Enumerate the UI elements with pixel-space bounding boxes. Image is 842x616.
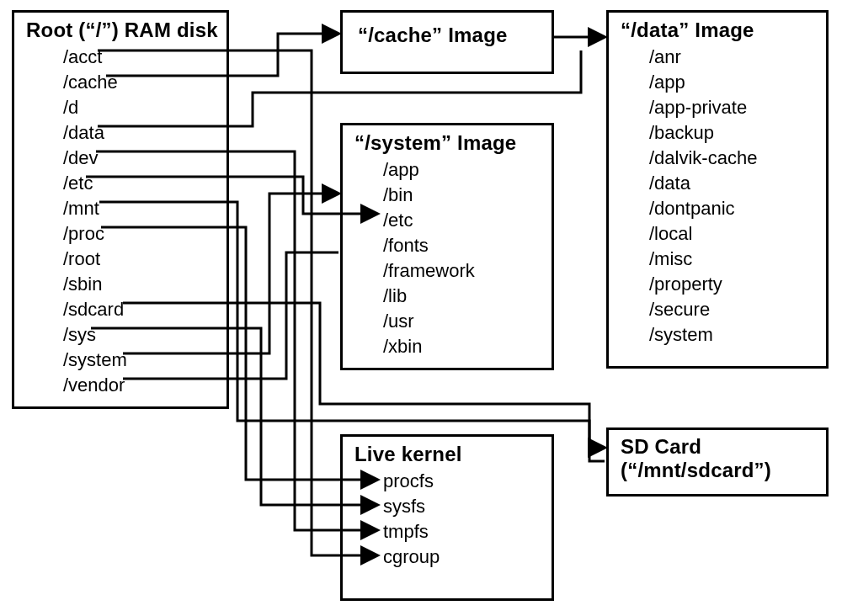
kernel-item: cgroup (383, 544, 543, 570)
data-item: /property (649, 272, 818, 297)
data-item: /misc (649, 247, 818, 272)
system-item: /fonts (383, 233, 543, 258)
sd-title-1: SD Card (621, 435, 818, 459)
root-item: /cache (63, 70, 218, 95)
data-item: /data (649, 171, 818, 196)
root-item: /etc (63, 171, 218, 196)
system-item: /app (383, 157, 543, 183)
root-item: /vendor (63, 373, 218, 398)
cache-image-box: “/cache” Image (340, 10, 554, 74)
root-item-list: /acct /cache /d /data /dev /etc /mnt /pr… (26, 45, 218, 398)
cache-title: “/cache” Image (354, 18, 543, 48)
root-item: /root (63, 247, 218, 272)
system-item: /framework (383, 258, 543, 284)
data-item: /anr (649, 45, 818, 70)
sd-card-box: SD Card (“/mnt/sdcard”) (606, 427, 829, 497)
data-item-list: /anr /app /app-private /backup /dalvik-c… (621, 45, 818, 348)
system-item: /xbin (383, 334, 543, 359)
system-image-box: “/system” Image /app /bin /etc /fonts /f… (340, 123, 554, 370)
diagram-canvas: Root (“/”) RAM disk /acct /cache /d /dat… (0, 0, 842, 616)
kernel-item: procfs (383, 469, 543, 494)
root-item: /system (63, 348, 218, 373)
root-item: /sbin (63, 272, 218, 297)
root-item: /proc (63, 221, 218, 247)
system-item: /lib (383, 284, 543, 309)
root-item: /sdcard (63, 297, 218, 322)
root-title: Root (“/”) RAM disk (26, 18, 218, 43)
root-item: /dev (63, 146, 218, 171)
root-item: /d (63, 95, 218, 120)
live-kernel-box: Live kernel procfs sysfs tmpfs cgroup (340, 434, 554, 601)
system-item: /etc (383, 208, 543, 233)
root-item: /data (63, 120, 218, 146)
root-item: /mnt (63, 196, 218, 221)
sd-title-2: (“/mnt/sdcard”) (621, 459, 818, 482)
data-item: /dontpanic (649, 196, 818, 221)
data-item: /backup (649, 120, 818, 146)
data-item: /secure (649, 297, 818, 322)
data-image-box: “/data” Image /anr /app /app-private /ba… (606, 10, 829, 369)
root-item: /acct (63, 45, 218, 70)
root-ramdisk-box: Root (“/”) RAM disk /acct /cache /d /dat… (12, 10, 229, 409)
root-item: /sys (63, 322, 218, 348)
system-item-list: /app /bin /etc /fonts /framework /lib /u… (354, 157, 543, 359)
data-item: /system (649, 322, 818, 348)
data-title: “/data” Image (621, 18, 818, 43)
data-item: /dalvik-cache (649, 146, 818, 171)
data-item: /app-private (649, 95, 818, 120)
system-item: /bin (383, 183, 543, 208)
kernel-item-list: procfs sysfs tmpfs cgroup (354, 469, 543, 570)
kernel-item: tmpfs (383, 519, 543, 544)
kernel-item: sysfs (383, 494, 543, 519)
data-item: /local (649, 221, 818, 247)
kernel-title: Live kernel (354, 442, 543, 467)
system-item: /usr (383, 309, 543, 334)
data-item: /app (649, 70, 818, 95)
system-title: “/system” Image (354, 130, 543, 156)
